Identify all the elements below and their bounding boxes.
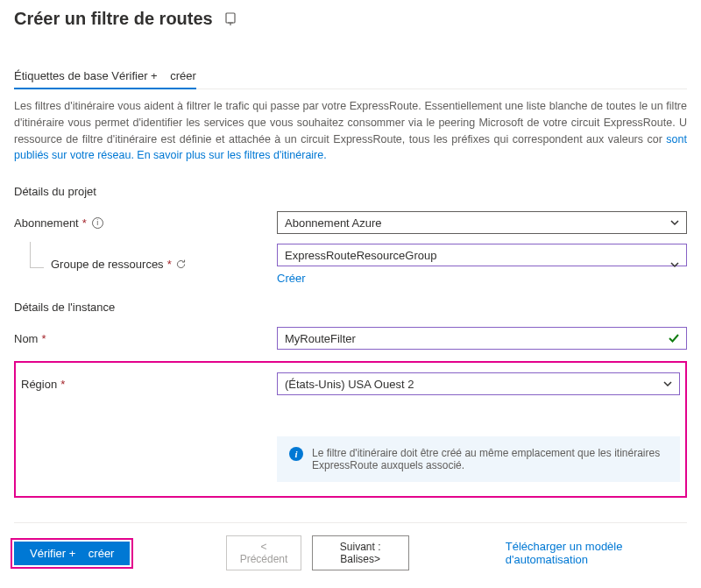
footer: Vérifier + créer < Précédent Suivant : B… <box>14 535 687 570</box>
pin-icon[interactable] <box>223 12 237 26</box>
row-resource-group: Groupe de ressources * ExpressRouteResou… <box>14 244 687 285</box>
create-new-link[interactable]: Créer <box>277 272 306 285</box>
page-title: Créer un filtre de routes <box>14 9 213 29</box>
required-indicator: * <box>82 216 87 230</box>
label-name: Nom * <box>14 332 277 345</box>
row-region: Région * (États-Unis) USA Ouest 2 <box>21 370 680 398</box>
section-project-details: Détails du projet <box>14 185 687 198</box>
check-icon <box>668 332 680 344</box>
region-select[interactable]: (États-Unis) USA Ouest 2 <box>277 372 680 395</box>
section-instance-details: Détails de l'instance <box>14 301 687 314</box>
required-indicator: * <box>167 258 172 271</box>
region-highlight-box: Région * (États-Unis) USA Ouest 2 i Le f… <box>14 361 687 498</box>
label-subscription: Abonnement * i <box>14 216 277 230</box>
tree-connector <box>30 242 44 268</box>
tabs: Étiquettes de base Vérifier + créer <box>14 64 687 89</box>
info-banner-icon: i <box>289 447 303 461</box>
previous-button[interactable]: < Précédent <box>226 535 301 570</box>
next-button[interactable]: Suivant : Balises> <box>312 535 409 570</box>
description-text: Les filtres d'itinéraire vous aident à f… <box>14 98 687 164</box>
resource-group-select[interactable]: ExpressRouteResourceGroup <box>277 244 687 266</box>
label-resource-group: Groupe de ressources * <box>14 258 277 271</box>
subscription-select[interactable]: Abonnement Azure <box>277 211 687 234</box>
info-icon[interactable]: i <box>92 217 103 229</box>
page-header: Créer un filtre de routes <box>14 9 687 29</box>
svg-rect-0 <box>226 13 235 23</box>
refresh-icon[interactable] <box>175 259 187 270</box>
label-region: Région * <box>21 378 277 391</box>
info-banner-text: Le filtre d'itinéraire doit être créé au… <box>312 447 668 471</box>
review-create-button[interactable]: Vérifier + créer <box>14 542 130 565</box>
tab-basics[interactable]: Étiquettes de base Vérifier + créer <box>14 64 196 89</box>
required-indicator: * <box>60 378 65 391</box>
footer-divider <box>14 522 687 523</box>
info-banner: i Le filtre d'itinéraire doit être créé … <box>277 436 680 482</box>
download-template-link[interactable]: Télécharger un modèle d'automatisation <box>506 540 687 566</box>
row-subscription: Abonnement * i Abonnement Azure <box>14 209 687 237</box>
name-input[interactable]: MyRouteFilter <box>277 327 687 350</box>
row-name: Nom * MyRouteFilter <box>14 324 687 352</box>
required-indicator: * <box>41 332 46 345</box>
